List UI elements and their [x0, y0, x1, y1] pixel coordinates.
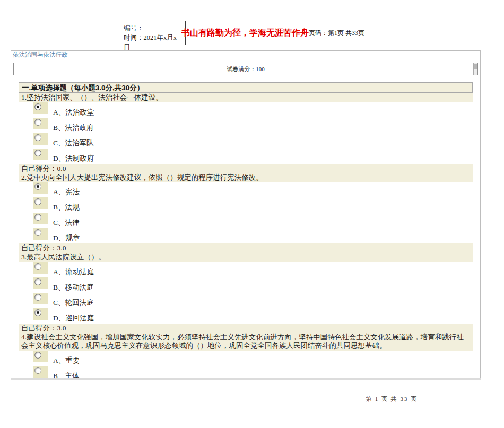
radio-cell — [33, 308, 48, 320]
question-text: 1.坚持法治国家、（）、法治社会一体建设。 — [19, 93, 473, 102]
option-label: B、移动法庭 — [53, 283, 94, 292]
motto-text: 书山有路勤为径，学海无涯苦作舟 — [181, 28, 309, 39]
course-title-bar: 依法治国与依法行政 — [11, 51, 480, 59]
option-radio[interactable] — [34, 352, 41, 359]
option-radio[interactable] — [34, 134, 41, 141]
option-row: A、宪法 — [19, 182, 473, 197]
option-row: C、轮回法庭 — [19, 293, 473, 308]
time-label: 时间：2021年x月x日 — [124, 33, 182, 52]
option-radio[interactable] — [34, 278, 41, 285]
option-row: B、法规 — [19, 197, 473, 213]
option-row: C、法治军队 — [19, 133, 473, 149]
number-label: 编号： — [124, 23, 182, 33]
option-radio[interactable] — [34, 214, 41, 221]
option-row: D、法制政府 — [19, 149, 473, 164]
header-motto-cell: 书山有路勤为径，学海无涯苦作舟 — [186, 21, 305, 45]
radio-cell — [33, 149, 48, 160]
radio-cell — [33, 213, 48, 224]
option-radio[interactable] — [34, 229, 41, 236]
option-label: D、规章 — [53, 233, 80, 243]
question-text: 2.党中央向全国人大提出宪法修改建议，依照（）规定的程序进行宪法修改。 — [19, 173, 473, 182]
exam-frame: 依法治国与依法行政 试卷满分：100 一.单项选择题（每小题3.0分,共30分）… — [11, 50, 481, 380]
radio-cell — [33, 133, 48, 145]
question-text: 3.最高人民法院设立（）。 — [19, 252, 473, 262]
option-row: B、移动法庭 — [19, 277, 473, 293]
option-label: C、法治军队 — [53, 138, 94, 148]
radio-cell — [33, 228, 48, 240]
option-label: C、法律 — [53, 218, 80, 228]
header-meta-cell: 编号： 时间：2021年x月x日 — [120, 21, 186, 45]
radio-cell — [33, 351, 48, 362]
self-score-row: 自己得分：0.0 — [19, 164, 473, 173]
option-label: A、流动法庭 — [53, 267, 94, 277]
option-row: D、规章 — [19, 228, 473, 243]
page-footer-indicator: 第 1 页 共 33 页 — [366, 395, 418, 403]
section-header: 一.单项选择题（每小题3.0分,共30分） — [19, 82, 473, 93]
radio-cell — [33, 102, 48, 114]
option-radio[interactable] — [34, 183, 41, 190]
scrollbar-thumb[interactable] — [474, 64, 477, 69]
full-score-label: 试卷满分：100 — [14, 63, 477, 75]
horizontal-scrollbar[interactable] — [11, 378, 481, 380]
self-score-row: 自己得分：3.0 — [19, 243, 473, 252]
vertical-scrollbar[interactable] — [473, 63, 477, 75]
option-label: D、巡回法庭 — [53, 313, 94, 323]
option-label: A、宪法 — [53, 187, 80, 197]
option-row: A、流动法庭 — [19, 262, 473, 277]
radio-cell — [33, 277, 48, 289]
radio-cell — [33, 182, 48, 194]
option-row: B、法治政府 — [19, 118, 473, 133]
option-radio[interactable] — [34, 309, 41, 316]
radio-cell — [33, 118, 48, 129]
option-label: A、重要 — [53, 356, 80, 365]
self-score-row: 自己得分：3.0 — [19, 324, 473, 333]
option-label: B、法规 — [53, 203, 80, 212]
option-radio[interactable] — [34, 198, 41, 205]
option-radio[interactable] — [34, 367, 41, 374]
course-title-link[interactable]: 依法治国与依法行政 — [13, 51, 68, 58]
header-page-cell: 页码：第1页 共33页 — [305, 21, 373, 45]
option-row: D、巡回法庭 — [19, 308, 473, 324]
option-row: A、重要 — [19, 351, 473, 366]
questions-area: 一.单项选择题（每小题3.0分,共30分） 1.坚持法治国家、（）、法治社会一体… — [19, 82, 473, 380]
option-row: A、法治政堂 — [19, 102, 473, 118]
document-header-table: 编号： 时间：2021年x月x日 书山有路勤为径，学海无涯苦作舟 页码：第1页 … — [120, 21, 373, 45]
radio-cell — [33, 197, 48, 209]
option-label: A、法治政堂 — [53, 108, 94, 117]
option-radio[interactable] — [34, 150, 41, 156]
option-label: D、法制政府 — [53, 154, 94, 163]
full-score-box: 试卷满分：100 — [13, 63, 478, 75]
question-text: 4.建设社会主义文化强国，增加国家文化软实力，必须坚持社会主义先进文化前进方向，… — [19, 333, 473, 351]
option-row: C、法律 — [19, 213, 473, 228]
option-label: B、法治政府 — [53, 123, 94, 133]
option-radio[interactable] — [34, 294, 41, 301]
option-label: C、轮回法庭 — [53, 298, 94, 308]
radio-cell — [33, 293, 48, 304]
option-radio[interactable] — [34, 103, 41, 110]
radio-cell — [33, 262, 48, 274]
radio-cell — [33, 366, 48, 378]
option-radio[interactable] — [34, 119, 41, 126]
page-label: 页码：第1页 共33页 — [309, 29, 364, 38]
option-radio[interactable] — [34, 263, 41, 270]
